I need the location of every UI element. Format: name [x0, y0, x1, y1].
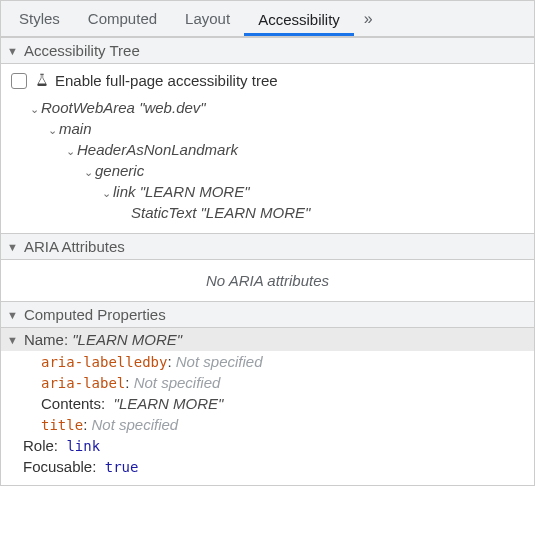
chevron-right-icon: » [364, 10, 373, 27]
prop-key: aria-labelledby [41, 354, 167, 370]
role-label: Role: [23, 437, 58, 454]
section-header-aria[interactable]: ▼ ARIA Attributes [1, 233, 534, 260]
section-header-computed[interactable]: ▼ Computed Properties [1, 301, 534, 328]
prop-key: aria-label [41, 375, 125, 391]
computed-properties: ▼ Name: "LEARN MORE" aria-labelledby: No… [1, 328, 534, 485]
disclosure-triangle-icon: ▼ [7, 309, 18, 321]
disclosure-triangle-icon: ▼ [7, 45, 18, 57]
prop-key: Contents: [41, 395, 105, 412]
node-role: generic [95, 162, 144, 179]
checkbox-label: Enable full-page accessibility tree [55, 72, 278, 89]
tab-styles[interactable]: Styles [5, 2, 74, 36]
node-role: HeaderAsNonLandmark [77, 141, 238, 158]
prop-role: Role: link [1, 435, 534, 456]
expand-toggle-icon[interactable]: ⌄ [27, 103, 41, 116]
tab-computed[interactable]: Computed [74, 2, 171, 36]
tab-layout[interactable]: Layout [171, 2, 244, 36]
tree-node-generic[interactable]: ⌄ generic [11, 160, 524, 181]
tree-node-header[interactable]: ⌄ HeaderAsNonLandmark [11, 139, 524, 160]
tab-label: Computed [88, 10, 157, 27]
prop-contents: Contents: "LEARN MORE" [1, 393, 534, 414]
prop-focusable: Focusable: true [1, 456, 534, 477]
more-tabs-button[interactable]: » [354, 10, 383, 28]
tree-node-statictext[interactable]: StaticText "LEARN MORE" [11, 202, 524, 223]
tab-label: Accessibility [258, 11, 340, 28]
focusable-value: true [105, 459, 139, 475]
node-role: StaticText [131, 204, 196, 221]
tree-node-main[interactable]: ⌄ main [11, 118, 524, 139]
tab-label: Styles [19, 10, 60, 27]
prop-value: "LEARN MORE" [114, 395, 224, 412]
expand-toggle-icon[interactable]: ⌄ [45, 124, 59, 137]
node-name: "LEARN MORE" [140, 183, 250, 200]
node-role: link [113, 183, 136, 200]
prop-key: title [41, 417, 83, 433]
prop-aria-label: aria-label: Not specified [1, 372, 534, 393]
expand-toggle-icon[interactable]: ⌄ [81, 166, 95, 179]
accessibility-panel: Styles Computed Layout Accessibility » ▼… [0, 0, 535, 486]
focusable-label: Focusable: [23, 458, 96, 475]
expand-toggle-icon[interactable]: ⌄ [63, 145, 77, 158]
node-role: main [59, 120, 92, 137]
flask-icon [35, 72, 49, 89]
prop-value: Not specified [134, 374, 221, 391]
section-header-tree[interactable]: ▼ Accessibility Tree [1, 37, 534, 64]
section-title: Accessibility Tree [24, 42, 140, 59]
disclosure-triangle-icon: ▼ [7, 241, 18, 253]
accessibility-tree: Enable full-page accessibility tree ⌄ Ro… [1, 64, 534, 233]
prop-aria-labelledby: aria-labelledby: Not specified [1, 351, 534, 372]
prop-title: title: Not specified [1, 414, 534, 435]
prop-value: Not specified [176, 353, 263, 370]
section-title: Computed Properties [24, 306, 166, 323]
tab-strip: Styles Computed Layout Accessibility » [1, 1, 534, 37]
checkbox[interactable] [11, 73, 27, 89]
name-label: Name: [24, 331, 68, 348]
enable-full-page-tree-row[interactable]: Enable full-page accessibility tree [11, 70, 524, 97]
role-value: link [66, 438, 100, 454]
node-name: "web.dev" [139, 99, 206, 116]
tree-node-rootwebarea[interactable]: ⌄ RootWebArea "web.dev" [11, 97, 524, 118]
section-title: ARIA Attributes [24, 238, 125, 255]
tree-node-link[interactable]: ⌄ link "LEARN MORE" [11, 181, 524, 202]
name-value: "LEARN MORE" [72, 331, 182, 348]
tab-accessibility[interactable]: Accessibility [244, 2, 354, 36]
aria-empty-message: No ARIA attributes [1, 260, 534, 301]
node-name: "LEARN MORE" [200, 204, 310, 221]
disclosure-triangle-icon: ▼ [7, 334, 18, 346]
node-role: RootWebArea [41, 99, 135, 116]
expand-toggle-icon[interactable]: ⌄ [99, 187, 113, 200]
computed-name-row[interactable]: ▼ Name: "LEARN MORE" [1, 328, 534, 351]
tab-label: Layout [185, 10, 230, 27]
prop-value: Not specified [92, 416, 179, 433]
